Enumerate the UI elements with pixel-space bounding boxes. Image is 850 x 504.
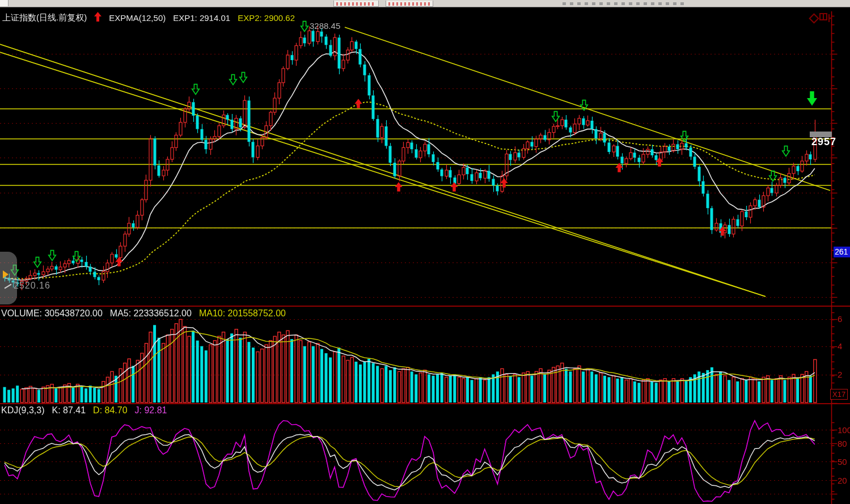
window-grid-icon[interactable] bbox=[819, 13, 832, 26]
vol-axis-label-6: 6 bbox=[838, 314, 842, 324]
volume-header: VOLUME: 305438720.00 MA5: 223336512.00 M… bbox=[1, 308, 286, 319]
top-toolbar bbox=[0, 0, 850, 7]
peak-price-label: 3288.45 bbox=[310, 21, 340, 31]
main-chart-header: 上证指数(日线.前复权) EXPMA(12,50) EXP1: 2914.01 … bbox=[2, 12, 295, 23]
kdj-axis-label-50: 50 bbox=[838, 457, 847, 467]
trading-terminal: 上证指数(日线.前复权) EXPMA(12,50) EXP1: 2914.01 … bbox=[0, 0, 850, 504]
kdj-header: KDJ(9,3,3) K: 87.41 D: 84.70 J: 92.81 bbox=[1, 405, 167, 416]
exp2-value: EXP2: 2900.62 bbox=[238, 13, 295, 23]
symbol-title: 上证指数(日线.前复权) bbox=[2, 12, 87, 23]
toolbar-button-2[interactable] bbox=[386, 1, 433, 7]
kdj-axis-label-80: 80 bbox=[838, 439, 847, 448]
chart-canvas[interactable] bbox=[0, 0, 850, 504]
vol-axis-label-4: 4 bbox=[838, 341, 842, 351]
volume-multiplier-label: X17 bbox=[830, 389, 848, 400]
volume-ma10: MA10: 201558752.00 bbox=[199, 308, 286, 319]
exp1-value: EXP1: 2914.01 bbox=[173, 13, 230, 23]
volume-ma5: MA5: 223336512.00 bbox=[110, 308, 192, 319]
low-price-label: 2520.16 bbox=[14, 281, 50, 291]
kdj-axis-label-100: 100 bbox=[838, 425, 850, 435]
indicator-blue-tag: 261 bbox=[834, 247, 850, 257]
kdj-label[interactable]: KDJ(9,3,3) bbox=[1, 405, 44, 416]
kdj-j-value: J: 92.81 bbox=[135, 405, 167, 416]
toolbar-button-1[interactable] bbox=[333, 1, 379, 7]
vol-axis-label-2: 2 bbox=[838, 370, 842, 379]
kdj-k-value: K: 87.41 bbox=[52, 405, 86, 416]
volume-value: VOLUME: 305438720.00 bbox=[1, 308, 103, 319]
toolbar-status-text bbox=[563, 2, 687, 5]
kdj-axis-label-20: 20 bbox=[838, 476, 847, 485]
indicator-label[interactable]: EXPMA(12,50) bbox=[109, 13, 166, 23]
up-arrow-icon bbox=[94, 12, 102, 23]
last-price-tag: 2957 bbox=[811, 136, 836, 148]
expand-panel-icon[interactable] bbox=[3, 270, 9, 278]
kdj-d-value: D: 84.70 bbox=[93, 405, 127, 416]
toolbar-app-icon[interactable] bbox=[0, 0, 9, 6]
